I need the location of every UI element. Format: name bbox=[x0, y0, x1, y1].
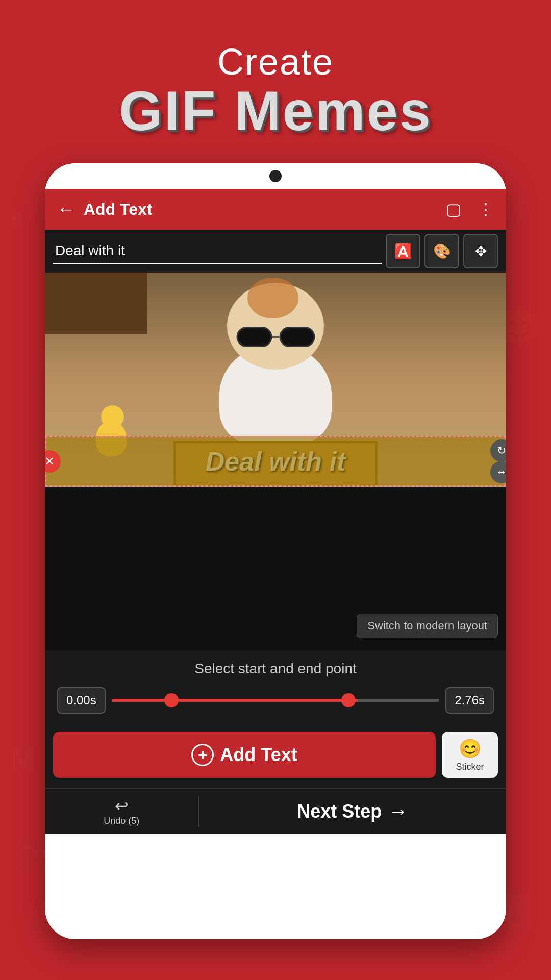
start-time-badge: 0.00s bbox=[57, 687, 106, 714]
move-icon: ✥ bbox=[475, 243, 487, 260]
text-input-row: 🅰️ 🎨 ✥ bbox=[45, 230, 506, 273]
header-title: GIF Memes bbox=[0, 83, 551, 139]
header-create: Create bbox=[0, 41, 551, 83]
select-points-label: Select start and end point bbox=[57, 660, 494, 677]
fullscreen-icon[interactable]: ▢ bbox=[446, 200, 461, 219]
sticker-button[interactable]: 😊 Sticker bbox=[442, 732, 498, 778]
fill-color-button[interactable]: 🎨 bbox=[424, 234, 459, 268]
meme-resize-button[interactable]: ↔ bbox=[490, 461, 506, 483]
text-style-button[interactable]: 🅰️ bbox=[386, 234, 420, 268]
bottom-buttons: + Add Text 😊 Sticker bbox=[45, 724, 506, 788]
undo-label: Undo (5) bbox=[104, 816, 139, 826]
phone-mockup: ← Add Text ▢ ⋮ 🅰️ 🎨 ✥ bbox=[45, 163, 506, 939]
more-options-icon[interactable]: ⋮ bbox=[478, 200, 494, 219]
timeline-row: 0.00s 2.76s bbox=[57, 687, 494, 714]
header-area: Create GIF Memes bbox=[0, 41, 551, 139]
text-style-icon: 🅰️ bbox=[394, 243, 412, 260]
meme-text: Deal with it bbox=[206, 446, 345, 477]
undo-button[interactable]: ↩ Undo (5) bbox=[45, 796, 198, 826]
slider-thumb-start[interactable] bbox=[164, 693, 179, 707]
sticker-icon: 😊 bbox=[459, 738, 482, 760]
end-time-badge: 2.76s bbox=[445, 687, 494, 714]
add-icon: + bbox=[191, 744, 214, 766]
move-button[interactable]: ✥ bbox=[463, 234, 498, 268]
app-bar-title: Add Text bbox=[84, 200, 430, 219]
next-step-button[interactable]: Next Step → bbox=[199, 800, 506, 823]
slider-thumb-end[interactable] bbox=[341, 693, 356, 707]
phone-top bbox=[45, 163, 506, 189]
meme-rotate-button[interactable]: ↻ bbox=[490, 439, 506, 462]
meme-text-overlay[interactable]: ✕ Deal with it ↻ ↔ bbox=[45, 436, 506, 487]
fill-color-icon: 🎨 bbox=[433, 243, 451, 260]
phone-camera bbox=[269, 170, 282, 182]
switch-layout-badge[interactable]: Switch to modern layout bbox=[357, 614, 498, 638]
footer-nav: ↩ Undo (5) Next Step → bbox=[45, 788, 506, 834]
timeline-section: Select start and end point 0.00s 2.76s bbox=[45, 650, 506, 724]
back-button[interactable]: ← bbox=[57, 199, 76, 220]
meme-close-button[interactable]: ✕ bbox=[45, 450, 61, 473]
add-text-label: Add Text bbox=[220, 744, 297, 766]
gif-preview: ✕ Deal with it ↻ ↔ bbox=[45, 273, 506, 487]
app-bar: ← Add Text ▢ ⋮ bbox=[45, 189, 506, 230]
undo-icon: ↩ bbox=[115, 796, 129, 816]
slider-fill bbox=[112, 699, 358, 702]
add-text-button[interactable]: + Add Text bbox=[53, 732, 436, 778]
timeline-slider[interactable] bbox=[112, 690, 440, 710]
plus-icon: + bbox=[198, 747, 208, 763]
next-arrow-icon: → bbox=[388, 800, 408, 823]
next-step-label: Next Step bbox=[297, 801, 382, 822]
sticker-label: Sticker bbox=[456, 762, 484, 772]
text-input[interactable] bbox=[53, 238, 382, 264]
slider-track bbox=[112, 699, 440, 702]
dark-area: Switch to modern layout bbox=[45, 487, 506, 650]
